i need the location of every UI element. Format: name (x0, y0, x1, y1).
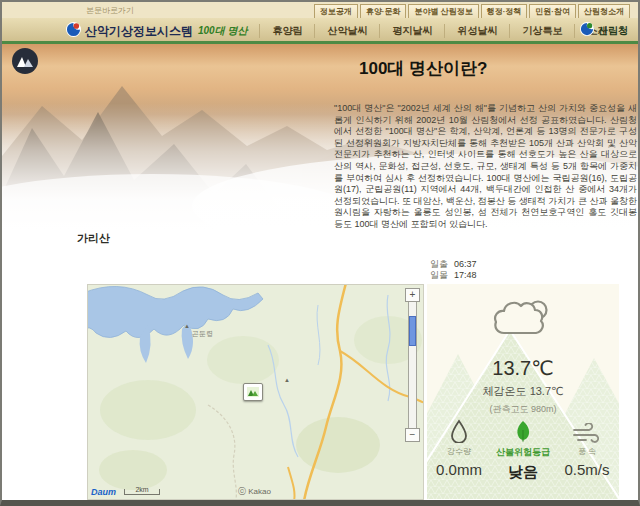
hero-description: "100대 명산"은 "2002년 세계 산의 해"를 기념하고 산의 가치와 … (334, 103, 637, 229)
fire-risk-stat: 산불위험등급 낮음 (491, 418, 555, 482)
wind-value: 0.5m/s (555, 461, 619, 478)
map-scale-bar: 2km (124, 489, 160, 495)
forest-service-label: 산림청 (598, 24, 628, 38)
raindrop-icon (427, 418, 491, 443)
sun-times: 일출 06:37 일몰 17:48 (430, 259, 477, 281)
gov-emblem-icon (66, 22, 81, 41)
utility-link[interactable]: 민원·참여 (529, 4, 576, 19)
mountain-marker[interactable] (243, 383, 263, 401)
site-title: 산악기상정보시스템 (85, 23, 193, 40)
utility-link[interactable]: 분야별 산림정보 (408, 4, 478, 19)
page: 본문바로가기 정보공개 휴양·문화 분야별 산림정보 행정·정책 민원·참여 산… (0, 0, 640, 506)
precipitation-value: 0.0mm (427, 461, 491, 478)
peak-icon: ▲ (184, 323, 190, 329)
hero-banner: 100대 명산이란? "100대 명산"은 "2002년 세계 산의 해"를 기… (2, 44, 640, 229)
nav-item-lowland-weather[interactable]: 평지날씨 (379, 24, 444, 38)
wind-icon (555, 418, 619, 443)
utility-bar: 본문바로가기 정보공개 휴양·문화 분야별 산림정보 행정·정책 민원·참여 산… (2, 2, 638, 19)
utility-link[interactable]: 행정·정책 (481, 4, 528, 19)
fire-risk-value: 낮음 (491, 463, 555, 482)
sunrise-label: 일출 (430, 259, 448, 270)
nav-item-mountain-weather[interactable]: 산악날씨 (314, 24, 379, 38)
wind-label: 풍 속 (555, 446, 619, 457)
cloudy-weather-icon (427, 297, 619, 339)
page-title: 100대 명산이란? (359, 57, 487, 80)
wind-stat: 풍 속 0.5m/s (555, 418, 619, 482)
zoom-slider-track[interactable] (408, 302, 417, 428)
marker-mountain-icon (247, 387, 259, 397)
precipitation-label: 강수량 (427, 446, 491, 457)
sunrise-row: 일출 06:37 (430, 259, 477, 270)
map-zoom-control: + − (405, 288, 420, 442)
observation-altitude: (관측고도 980m) (427, 403, 619, 416)
header: 산악기상정보시스템 100대 명산 휴양림 산악날씨 평지날씨 위성날씨 기상특… (2, 18, 638, 41)
nav-item-weather-alert[interactable]: 기상특보 (509, 24, 574, 38)
forest-service-logo[interactable]: 산림청 (580, 22, 628, 40)
mountain-badge-icon (12, 48, 38, 74)
nav-item-satellite-weather[interactable]: 위성날씨 (444, 24, 509, 38)
utility-link[interactable]: 산림청소개 (578, 4, 630, 19)
nav-item-top100[interactable]: 100대 명산 (186, 24, 259, 38)
weather-stats-row: 강수량 0.0mm 산불위험등급 낮음 풍 속 0.5m/s (427, 418, 619, 482)
temperature-value: 13.7℃ (427, 356, 619, 380)
map-canvas[interactable]: ▲ 곤둔령 ▲ + − Daum 2km ⓒ Kakao (87, 284, 424, 500)
sunset-label: 일몰 (430, 270, 448, 281)
zoom-in-button[interactable]: + (405, 288, 420, 302)
utility-links: 정보공개 휴양·문화 분야별 산림정보 행정·정책 민원·참여 산림청소개 (312, 4, 630, 19)
nav-item-recreation-forest[interactable]: 휴양림 (259, 24, 314, 38)
sunrise-time: 06:37 (454, 259, 477, 270)
map-place-label: 곤둔령 (192, 329, 213, 339)
peak-icon: ▲ (284, 377, 290, 383)
precipitation-stat: 강수량 0.0mm (427, 418, 491, 482)
sunset-row: 일몰 17:48 (430, 270, 477, 281)
sunset-time: 17:48 (454, 270, 477, 281)
utility-link[interactable]: 휴양·문화 (360, 4, 407, 19)
kakao-attribution: ⓒ Kakao (238, 486, 271, 497)
mountain-name-heading: 가리산 (77, 231, 110, 246)
skip-link[interactable]: 본문바로가기 (86, 5, 134, 16)
main-nav: 100대 명산 휴양림 산악날씨 평지날씨 위성날씨 기상특보 소개 (186, 24, 619, 38)
fire-risk-label: 산불위험등급 (491, 446, 555, 459)
site-logo[interactable]: 산악기상정보시스템 (66, 22, 193, 41)
utility-link[interactable]: 정보공개 (314, 4, 358, 19)
leaf-icon (491, 418, 555, 443)
weather-panel: 13.7℃ 체감온도 13.7℃ (관측고도 980m) 강수량 0.0mm 산… (427, 284, 619, 500)
zoom-slider-handle[interactable] (409, 316, 416, 346)
daum-logo[interactable]: Daum (91, 487, 116, 497)
forest-service-emblem-icon (580, 22, 594, 40)
zoom-out-button[interactable]: − (405, 428, 420, 442)
feels-like-value: 체감온도 13.7℃ (427, 384, 619, 399)
